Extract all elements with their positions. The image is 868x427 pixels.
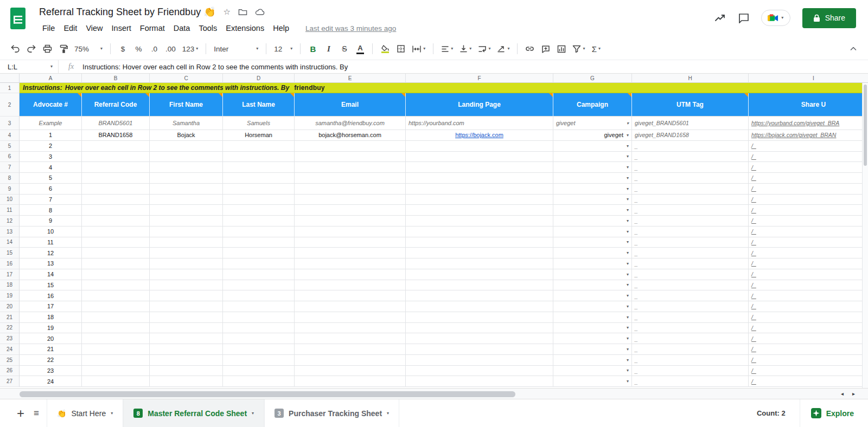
cell-E16[interactable] <box>295 258 406 269</box>
header-cell-A2[interactable]: Advocate # <box>20 93 82 117</box>
cell-H3[interactable]: giveget_BRAND5601 <box>632 117 749 130</box>
insert-chart-button[interactable] <box>554 41 569 56</box>
cell-I8[interactable]: /_ <box>749 173 868 184</box>
campaign-dropdown-icon[interactable]: ▾ <box>627 208 629 212</box>
cell-G15[interactable]: ▾ <box>553 248 632 258</box>
row-header-21[interactable]: 21 <box>0 312 20 323</box>
cell-D26[interactable] <box>223 366 295 377</box>
row-header-8[interactable]: 8 <box>0 173 20 184</box>
row-header-5[interactable]: 5 <box>0 141 20 152</box>
row-header-10[interactable]: 10 <box>0 195 20 205</box>
cell-B11[interactable] <box>82 205 150 216</box>
cell-I7[interactable]: /_ <box>749 162 868 173</box>
header-cell-H2[interactable]: UTM Tag <box>632 93 749 117</box>
cell-B8[interactable] <box>82 173 150 184</box>
cell-A19[interactable]: 16 <box>20 290 82 301</box>
cell-I24[interactable]: /_ <box>749 344 868 355</box>
campaign-dropdown-icon[interactable]: ▾ <box>627 304 629 309</box>
cell-D20[interactable] <box>223 301 295 312</box>
cell-A11[interactable]: 8 <box>20 205 82 216</box>
share-button[interactable]: Share <box>802 8 856 28</box>
cell-D11[interactable] <box>223 205 295 216</box>
cell-A13[interactable]: 10 <box>20 227 82 237</box>
cell-D9[interactable] <box>223 184 295 195</box>
cell-F20[interactable] <box>406 301 553 312</box>
menu-insert[interactable]: Insert <box>107 22 136 34</box>
cell-D7[interactable] <box>223 162 295 173</box>
cell-A10[interactable]: 7 <box>20 195 82 205</box>
row-header-23[interactable]: 23 <box>0 333 20 344</box>
merge-cells-button[interactable]: ▾ <box>409 41 428 56</box>
cell-A25[interactable]: 22 <box>20 355 82 366</box>
row-header-22[interactable]: 22 <box>0 323 20 334</box>
cell-B21[interactable] <box>82 312 150 323</box>
cell-H27[interactable]: _ <box>632 376 749 387</box>
cell-G25[interactable]: ▾ <box>553 355 632 366</box>
cell-B15[interactable] <box>82 248 150 258</box>
sheets-logo-icon[interactable] <box>9 7 27 30</box>
cell-C26[interactable] <box>150 366 223 377</box>
campaign-dropdown-icon[interactable]: ▾ <box>627 176 629 180</box>
cell-A18[interactable]: 15 <box>20 280 82 291</box>
redo-button[interactable] <box>24 41 39 56</box>
cell-F21[interactable] <box>406 312 553 323</box>
cell-C15[interactable] <box>150 248 223 258</box>
cell-I12[interactable]: /_ <box>749 216 868 227</box>
cell-A4[interactable]: 1 <box>20 130 82 141</box>
name-box[interactable]: L:L ▾ <box>0 60 59 73</box>
campaign-dropdown-icon[interactable]: ▾ <box>627 368 629 373</box>
cell-H13[interactable]: _ <box>632 227 749 237</box>
cell-I17[interactable]: /_ <box>749 269 868 280</box>
cell-A5[interactable]: 2 <box>20 141 82 152</box>
cell-E18[interactable] <box>295 280 406 291</box>
insert-link-button[interactable] <box>522 41 537 56</box>
row-header-18[interactable]: 18 <box>0 280 20 291</box>
campaign-dropdown-icon[interactable]: ▾ <box>627 250 629 255</box>
cell-C25[interactable] <box>150 355 223 366</box>
cell-D21[interactable] <box>223 312 295 323</box>
cell-F17[interactable] <box>406 269 553 280</box>
row-header-27[interactable]: 27 <box>0 376 20 387</box>
cell-C14[interactable] <box>150 237 223 248</box>
cell-D16[interactable] <box>223 258 295 269</box>
cell-C13[interactable] <box>150 227 223 237</box>
selection-count[interactable]: Count: 2 <box>757 409 786 417</box>
row-header-15[interactable]: 15 <box>0 248 20 258</box>
cell-C20[interactable] <box>150 301 223 312</box>
cell-F11[interactable] <box>406 205 553 216</box>
column-header-B[interactable]: B <box>82 74 150 83</box>
cell-I23[interactable]: /_ <box>749 333 868 344</box>
text-rotation-button[interactable]: ▾ <box>494 41 512 56</box>
activity-history-icon[interactable] <box>714 13 726 23</box>
row-header-20[interactable]: 20 <box>0 301 20 312</box>
cell-D6[interactable] <box>223 152 295 163</box>
cell-H20[interactable]: _ <box>632 301 749 312</box>
campaign-dropdown-icon[interactable]: ▾ <box>627 282 629 287</box>
comment-history-icon[interactable] <box>738 13 749 23</box>
cell-D12[interactable] <box>223 216 295 227</box>
cell-I21[interactable]: /_ <box>749 312 868 323</box>
cell-F23[interactable] <box>406 333 553 344</box>
campaign-dropdown-icon[interactable]: ▾ <box>627 240 629 244</box>
cell-F8[interactable] <box>406 173 553 184</box>
functions-button[interactable]: Σ ▾ <box>589 41 603 56</box>
header-cell-C2[interactable]: First Name <box>150 93 223 117</box>
cell-A16[interactable]: 13 <box>20 258 82 269</box>
all-sheets-menu-icon[interactable]: ≡ <box>34 408 39 419</box>
add-sheet-button[interactable]: + <box>13 406 28 421</box>
cell-A6[interactable]: 3 <box>20 152 82 163</box>
cell-C7[interactable] <box>150 162 223 173</box>
cell-F26[interactable] <box>406 366 553 377</box>
scroll-left-button[interactable]: ◂ <box>841 391 844 397</box>
print-button[interactable] <box>40 41 55 56</box>
row-header-6[interactable]: 6 <box>0 152 20 163</box>
cell-A27[interactable]: 24 <box>20 376 82 387</box>
cell-B24[interactable] <box>82 344 150 355</box>
vertical-scrollbar[interactable] <box>862 83 868 388</box>
cell-G19[interactable]: ▾ <box>553 290 632 301</box>
cell-C21[interactable] <box>150 312 223 323</box>
cell-I26[interactable]: /_ <box>749 366 868 377</box>
font-size-select[interactable]: 12 ▾ <box>271 41 295 56</box>
cell-A1[interactable]: Instructions:Hover over each cell in Row… <box>20 83 868 93</box>
scroll-right-button[interactable]: ▸ <box>852 391 855 397</box>
